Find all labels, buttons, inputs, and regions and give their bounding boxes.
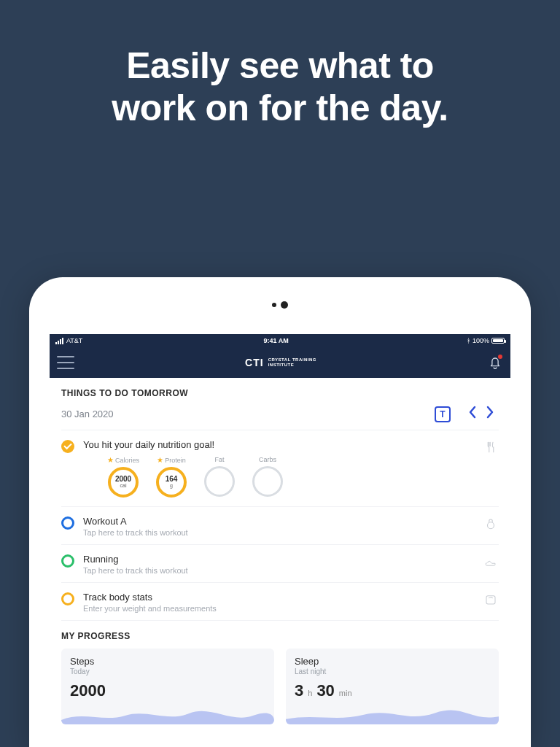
todo-body-stats[interactable]: Track body stats Enter your weight and m… — [61, 583, 499, 621]
check-icon — [61, 440, 74, 453]
app-header: CTI CRYSTAL TRAINING INSTITUTE — [50, 347, 510, 378]
battery-icon — [491, 338, 505, 344]
nutrition-protein: ★Protein 164g — [153, 456, 190, 498]
body-sub: Enter your weight and measurements — [83, 604, 478, 613]
todo-running[interactable]: Running Tap here to track this workout — [61, 545, 499, 583]
workout-title: Workout A — [83, 516, 478, 527]
tablet-camera — [29, 277, 531, 328]
shoe-icon — [484, 555, 499, 571]
notification-badge — [498, 355, 502, 359]
sleep-name: Sleep — [295, 656, 490, 667]
scale-icon — [484, 593, 499, 609]
today-button[interactable]: T — [435, 406, 451, 422]
kettlebell-icon — [484, 517, 499, 533]
steps-card[interactable]: Steps Today 2000 — [61, 649, 274, 724]
clock: 9:41 AM — [85, 337, 467, 344]
date-label: 30 Jan 2020 — [61, 409, 435, 419]
circle-icon — [61, 516, 74, 530]
logo-main: CTI — [245, 357, 264, 368]
nutrition-carbs: Carbs — [249, 456, 286, 498]
steps-value: 2000 — [70, 681, 106, 700]
running-sub: Tap here to track this workout — [83, 566, 478, 575]
prev-day-button[interactable] — [464, 406, 481, 422]
hero-headline: Easily see what to work on for the day. — [0, 0, 560, 129]
steps-when: Today — [70, 667, 265, 676]
star-icon: ★ — [107, 456, 114, 464]
workout-sub: Tap here to track this workout — [83, 528, 478, 537]
svg-point-1 — [488, 522, 494, 529]
hero-line-2: work on for the day. — [22, 88, 538, 130]
logo-sub-2: INSTITUTE — [268, 363, 316, 368]
todo-workout[interactable]: Workout A Tap here to track this workout — [61, 507, 499, 545]
signal-icon — [55, 338, 63, 344]
steps-name: Steps — [70, 656, 265, 667]
sleep-mins: 30 — [316, 681, 334, 700]
status-bar: AT&T 9:41 AM ᚼ 100% — [50, 334, 510, 347]
utensils-icon — [484, 441, 499, 457]
todo-nutrition[interactable]: You hit your daily nutrition goal! ★Calo… — [61, 430, 499, 507]
logo-sub-1: CRYSTAL TRAINING — [268, 357, 316, 363]
sleep-hours: 3 — [295, 681, 303, 700]
nutrition-calories: ★Calories 2000cal — [105, 456, 141, 498]
carrier-label: AT&T — [66, 337, 82, 344]
steps-sparkline — [61, 707, 274, 724]
running-title: Running — [83, 554, 478, 565]
nutrition-fat: Fat — [201, 456, 238, 498]
star-icon: ★ — [157, 456, 163, 464]
sleep-when: Last night — [295, 667, 490, 676]
sleep-card[interactable]: Sleep Last night 3h 30min — [286, 649, 499, 724]
bluetooth-icon: ᚼ — [467, 337, 470, 344]
todo-section-title: THINGS TO DO TOMORROW — [61, 388, 499, 398]
app-logo: CTI CRYSTAL TRAINING INSTITUTE — [74, 357, 487, 368]
circle-icon — [61, 554, 74, 568]
notifications-icon[interactable] — [487, 355, 503, 371]
next-day-button[interactable] — [481, 406, 499, 422]
tablet-frame: AT&T 9:41 AM ᚼ 100% CTI CRYSTAL TRAINING… — [29, 277, 531, 747]
progress-title: MY PROGRESS — [61, 631, 499, 641]
svg-rect-2 — [486, 596, 495, 604]
circle-icon — [61, 592, 74, 605]
menu-icon[interactable] — [57, 356, 74, 369]
sleep-sparkline — [286, 707, 499, 724]
body-title: Track body stats — [83, 592, 478, 603]
battery-percent: 100% — [472, 337, 489, 344]
nutrition-title: You hit your daily nutrition goal! — [83, 439, 478, 450]
app-screen: AT&T 9:41 AM ᚼ 100% CTI CRYSTAL TRAINING… — [50, 334, 510, 747]
hero-line-1: Easily see what to — [22, 45, 538, 88]
